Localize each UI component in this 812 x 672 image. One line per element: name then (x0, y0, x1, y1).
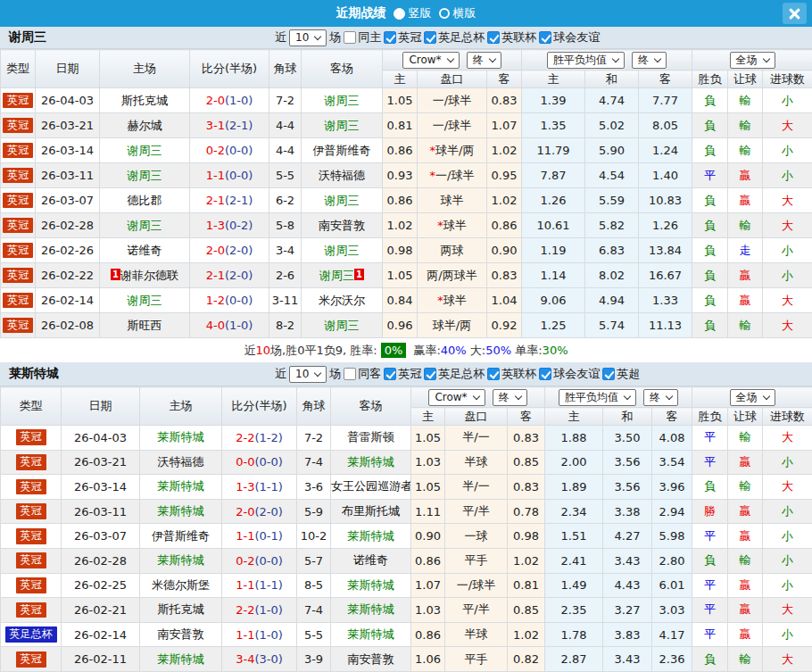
match-row: 英冠 26-02-28 谢周三 1-3(0-2) 5-8 南安普敦 1.02 *… (1, 213, 812, 238)
avg-time-select[interactable]: 终 (632, 52, 667, 69)
layout-radio-horizontal[interactable]: 横版 (439, 5, 476, 21)
avg-home-value: 10.61 (522, 213, 585, 238)
away-team-name: 伊普斯维奇 (313, 144, 371, 157)
checkbox-checked-icon[interactable] (424, 31, 436, 44)
league-checkbox-facup[interactable]: 英足总杯 (424, 29, 485, 46)
checkbox-checked-icon[interactable] (424, 368, 436, 380)
score-cell: 1-3(1-1) (222, 475, 297, 500)
radio-selected-icon[interactable] (394, 8, 405, 20)
checkbox-checked-icon[interactable] (487, 31, 500, 44)
checkbox-checked-icon[interactable] (539, 31, 551, 44)
league-type-cell: 英冠 (1, 475, 62, 500)
games-label: 场 (329, 29, 341, 46)
league-checkbox-eflcup[interactable]: 英联杯 (487, 366, 536, 382)
result-value: 勝 (692, 499, 728, 524)
odds-time-select[interactable]: 终 (467, 52, 501, 69)
league-checkbox-facup[interactable]: 英足总杯 (424, 366, 485, 382)
result-value: 平 (692, 573, 728, 598)
scope-select[interactable]: 全场 (730, 389, 775, 406)
avg-odds-select[interactable]: 胜平负均值 (547, 52, 625, 69)
checkbox-checked-icon[interactable] (384, 368, 396, 380)
league-type-cell: 英冠 (1, 548, 62, 573)
checkbox-unchecked-icon[interactable] (344, 368, 356, 380)
fulltime-score: 2-0 (206, 94, 225, 107)
away-team: 布里斯托城 (331, 499, 411, 524)
avg-time-select[interactable]: 终 (643, 389, 678, 406)
handicap-result-value: 贏 (728, 163, 763, 188)
handicap-result-value: 贏 (728, 573, 763, 598)
handicap-value: 球半/两 (418, 313, 487, 338)
bookmaker-select[interactable]: Crow* (428, 389, 485, 406)
layout-horizontal-label[interactable]: 横版 (453, 5, 476, 21)
league-type-cell: 英冠 (1, 163, 36, 188)
avg-away-value: 3.54 (652, 450, 692, 475)
same-away-checkbox[interactable]: 同客 (344, 366, 381, 382)
win-rate-badge: 0% (381, 343, 407, 358)
handicap-value: 半球 (445, 622, 508, 647)
result-value: 負 (692, 288, 728, 313)
avg-home-value: 1.78 (545, 622, 603, 647)
league-checkbox-yingguan[interactable]: 英冠 (384, 366, 421, 382)
league-checkbox-premier[interactable]: 英超 (602, 366, 640, 382)
league-badge: 英冠 (3, 268, 33, 284)
league-checkbox-friendly[interactable]: 球会友谊 (539, 29, 600, 46)
same-home-checkbox[interactable]: 同主 (344, 29, 381, 46)
corner-score: 4-4 (269, 113, 302, 138)
checkbox-unchecked-icon[interactable] (344, 31, 356, 44)
goals-result-value: 大 (763, 475, 812, 500)
match-date: 26-04-03 (36, 88, 100, 113)
avg-home-value: 1.88 (545, 426, 603, 451)
league-badge: 英冠 (3, 168, 33, 184)
league-checkbox-eflcup[interactable]: 英联杯 (487, 29, 536, 46)
odds-home-value: 1.03 (411, 598, 445, 623)
checkbox-checked-icon[interactable] (384, 31, 396, 44)
col-avg-draw: 和 (585, 71, 639, 88)
avg-draw-value: 3.27 (603, 598, 652, 623)
odds-home-value: 0.96 (383, 313, 418, 338)
chevron-down-icon (762, 392, 769, 399)
goals-result-value: 小 (763, 622, 812, 647)
checkbox-checked-icon[interactable] (487, 368, 500, 380)
league-checkbox-yingguan[interactable]: 英冠 (384, 29, 421, 46)
odds-time-select[interactable]: 终 (493, 389, 527, 406)
layout-radio-vertical[interactable]: 竖版 (394, 5, 432, 21)
col-home: 主场 (100, 50, 190, 88)
layout-vertical-label[interactable]: 竖版 (409, 5, 432, 21)
recent-count-select[interactable]: 10 (289, 366, 327, 383)
match-date: 26-03-07 (36, 188, 100, 213)
halftime-score: (2-0) (225, 244, 253, 257)
match-date: 26-02-11 (62, 647, 140, 672)
scope-select[interactable]: 全场 (730, 52, 775, 69)
score-cell: 2-0(1-0) (190, 88, 269, 113)
checkbox-checked-icon[interactable] (539, 368, 551, 380)
bookmaker-select[interactable]: Crow* (402, 52, 459, 69)
league-type-cell: 英冠 (1, 598, 62, 623)
recent-count-select[interactable]: 10 (289, 29, 327, 46)
odds-away-value: 0.85 (508, 598, 545, 623)
match-row: 英冠 26-04-03 莱斯特城 2-2(1-2) 7-2 普雷斯顿 1.05 … (1, 426, 812, 451)
away-team: 诺维奇 (331, 548, 411, 573)
handicap-result-value: 贏 (728, 188, 763, 213)
avg-home-value: 1.14 (522, 263, 585, 288)
home-team: 莱斯特城 (140, 647, 222, 672)
checkbox-checked-icon[interactable] (602, 368, 615, 380)
avg-draw-value: 3.50 (603, 426, 652, 451)
away-team: 南安普敦 (302, 213, 383, 238)
avg-draw-value: 8.02 (585, 263, 639, 288)
handicap-result-value: 輸 (728, 475, 763, 500)
odds-home-value: 0.81 (383, 113, 418, 138)
odds-away-value: 0.82 (508, 647, 545, 672)
corner-score: 3-11 (269, 288, 302, 313)
league-checkbox-friendly[interactable]: 球会友谊 (539, 366, 600, 382)
close-icon[interactable] (783, 3, 807, 24)
avg-draw-value: 4.94 (585, 288, 639, 313)
home-team-name: 谢周三 (128, 144, 162, 157)
radio-unselected-icon[interactable] (439, 8, 450, 19)
col-odds-away: 客 (508, 408, 545, 426)
odds-home-value: 0.98 (383, 238, 418, 263)
goals-result-value: 小 (763, 524, 812, 549)
avg-odds-select[interactable]: 胜平负均值 (559, 389, 636, 406)
avg-away-value: 3.03 (652, 598, 692, 623)
home-team: 沃特福德 (140, 450, 222, 475)
corner-score: 7-4 (297, 450, 331, 475)
